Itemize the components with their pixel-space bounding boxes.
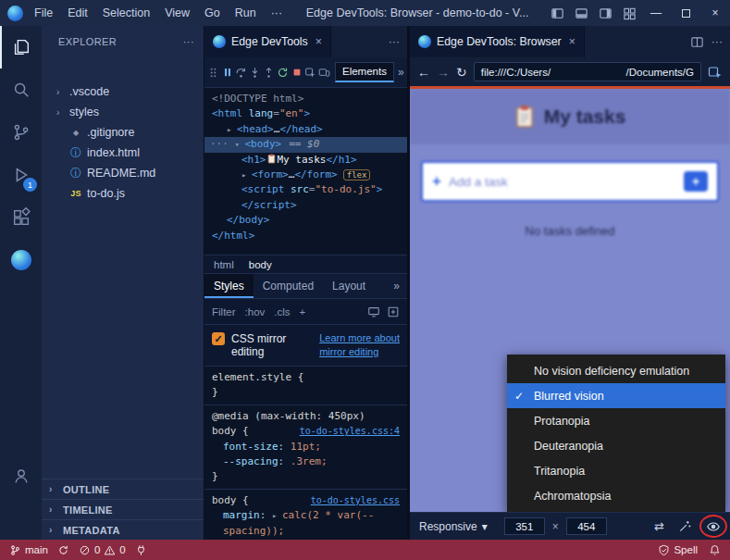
activity-explorer[interactable] bbox=[0, 26, 42, 68]
step-out-icon[interactable] bbox=[262, 63, 276, 81]
close-icon[interactable]: × bbox=[569, 35, 575, 48]
wand-icon[interactable] bbox=[678, 519, 692, 533]
flex-badge[interactable]: flex bbox=[343, 169, 371, 180]
inspect-element-icon[interactable] bbox=[303, 63, 317, 81]
activity-run-debug[interactable]: 1 bbox=[0, 154, 42, 196]
menubar-go[interactable]: Go bbox=[197, 0, 228, 26]
mirror-editing-link[interactable]: Learn more about mirror editing bbox=[319, 331, 400, 359]
breadcrumb-html[interactable]: html bbox=[214, 259, 234, 270]
menubar-run[interactable]: Run bbox=[228, 0, 264, 26]
device-emulation-icon[interactable] bbox=[317, 63, 331, 81]
viewport-width-input[interactable]: 351 bbox=[504, 517, 545, 535]
twisty-open-icon[interactable]: ▾ bbox=[235, 137, 245, 152]
section-timeline[interactable]: › TIMELINE bbox=[42, 499, 204, 519]
back-button[interactable]: ← bbox=[417, 65, 430, 80]
editor-more-icon[interactable]: ··· bbox=[711, 35, 723, 48]
toggle-sidebar-icon[interactable] bbox=[545, 0, 569, 26]
menu-item-blurred-vision[interactable]: ✓Blurred vision bbox=[507, 383, 725, 408]
stylesheet-link[interactable]: to-do-styles.css:4 bbox=[300, 424, 400, 439]
tree-item-todo-js[interactable]: . JS to-do.js bbox=[42, 183, 204, 204]
menubar-selection[interactable]: Selection bbox=[95, 0, 157, 26]
tree-item-styles[interactable]: › styles bbox=[42, 102, 204, 122]
twisty-closed-icon[interactable]: ▸ bbox=[241, 168, 252, 182]
section-outline[interactable]: › OUTLINE bbox=[42, 479, 204, 499]
stylesheet-link[interactable]: to-do-styles.css bbox=[311, 493, 400, 508]
viewport-height-input[interactable]: 454 bbox=[566, 517, 607, 535]
notifications-button[interactable] bbox=[709, 544, 721, 556]
menubar-file[interactable]: File bbox=[27, 0, 60, 26]
rotate-viewport-icon[interactable]: ⇄ bbox=[654, 519, 664, 533]
dom-doctype[interactable]: <!DOCTYPE html> bbox=[204, 92, 407, 106]
add-task-field[interactable]: + Add a task + bbox=[421, 161, 719, 202]
maximize-button[interactable] bbox=[671, 0, 700, 26]
dom-body-close[interactable]: </body> bbox=[204, 213, 407, 228]
dom-form[interactable]: ▸<form>…</form>flex bbox=[204, 168, 407, 182]
menu-item-none[interactable]: No vision deficiency emulation bbox=[507, 358, 725, 383]
activity-accounts[interactable] bbox=[0, 454, 42, 497]
sync-button[interactable] bbox=[57, 544, 69, 556]
css-mirror-checkbox[interactable]: ✓ bbox=[212, 332, 225, 345]
menubar-view[interactable]: View bbox=[157, 0, 197, 26]
media-query[interactable]: @media (max-width: 450px) bbox=[212, 410, 365, 422]
rule-selector[interactable]: body { bbox=[212, 425, 249, 437]
responsive-dropdown[interactable]: Responsive ▾ bbox=[419, 520, 488, 533]
activity-source-control[interactable] bbox=[0, 111, 42, 154]
twisty-closed-icon[interactable]: ▸ bbox=[227, 122, 237, 137]
tab-edge-devtools[interactable]: Edge DevTools × bbox=[204, 26, 331, 57]
vision-emulation-button[interactable] bbox=[706, 519, 721, 534]
css-value[interactable]: 11pt; bbox=[284, 441, 321, 453]
refresh-button[interactable]: ↻ bbox=[456, 65, 467, 80]
tab-elements[interactable]: Elements bbox=[335, 62, 394, 82]
menubar-edit[interactable]: Edit bbox=[60, 0, 95, 26]
toggle-panel-icon[interactable] bbox=[569, 0, 593, 26]
tab-computed[interactable]: Computed bbox=[254, 274, 323, 298]
dom-body-selected[interactable]: ··· ▾<body>== $0 bbox=[204, 137, 407, 152]
css-property[interactable]: font-size: bbox=[223, 441, 284, 453]
restart-icon[interactable] bbox=[276, 63, 290, 81]
branch-indicator[interactable]: main bbox=[9, 544, 48, 556]
dom-head[interactable]: ▸<head>…</head> bbox=[204, 122, 407, 137]
dom-html-close[interactable]: </html> bbox=[204, 229, 407, 243]
split-editor-icon[interactable] bbox=[690, 35, 704, 49]
css-property[interactable]: --spacing: bbox=[223, 455, 284, 467]
cls-toggle[interactable]: .cls bbox=[274, 306, 290, 317]
rule-selector[interactable]: body { bbox=[212, 494, 249, 506]
activity-edge-devtools[interactable] bbox=[0, 239, 42, 281]
dom-script-open[interactable]: <script src="to-do.js"> bbox=[204, 182, 407, 197]
customize-layout-icon[interactable] bbox=[617, 0, 641, 26]
tree-item-vscode[interactable]: › .vscode bbox=[42, 81, 204, 102]
hov-toggle[interactable]: :hov bbox=[245, 306, 266, 317]
problems-indicator[interactable]: 0 0 bbox=[79, 544, 126, 556]
monitor-icon[interactable] bbox=[367, 305, 380, 318]
node-more-icon[interactable]: ··· bbox=[210, 138, 229, 150]
step-over-icon[interactable] bbox=[234, 63, 248, 81]
panes-overflow-icon[interactable]: » bbox=[386, 274, 407, 298]
section-metadata[interactable]: › METADATA bbox=[42, 519, 204, 540]
drag-handle-icon[interactable] bbox=[206, 63, 220, 81]
twisty-closed-icon[interactable]: ▸ bbox=[272, 508, 282, 523]
filter-input[interactable]: Filter bbox=[212, 306, 236, 317]
dom-h1[interactable]: <h1>My tasks</h1> bbox=[204, 153, 407, 168]
menu-item-achromatopsia[interactable]: Achromatopsia bbox=[507, 483, 725, 508]
css-value[interactable]: calc(2 * var(-- bbox=[282, 509, 374, 521]
close-icon[interactable]: × bbox=[316, 35, 322, 48]
pause-icon[interactable] bbox=[220, 63, 234, 81]
menubar-overflow[interactable]: ··· bbox=[264, 0, 291, 26]
css-property[interactable]: margin: bbox=[223, 509, 266, 521]
spell-checker-status[interactable]: Spell bbox=[658, 544, 698, 556]
debug-session-indicator[interactable] bbox=[135, 544, 147, 556]
add-box-icon[interactable] bbox=[387, 305, 400, 318]
stop-icon[interactable] bbox=[290, 63, 303, 81]
pick-element-icon[interactable] bbox=[708, 65, 723, 80]
close-button[interactable]: × bbox=[700, 0, 730, 26]
breadcrumb-body[interactable]: body bbox=[249, 259, 272, 270]
editor-more-icon[interactable]: ··· bbox=[389, 35, 400, 48]
tabs-overflow-icon[interactable]: » bbox=[394, 66, 407, 79]
explorer-more-icon[interactable]: ··· bbox=[183, 36, 194, 47]
tree-item-gitignore[interactable]: . ◆ .gitignore bbox=[42, 122, 204, 143]
element-style-selector[interactable]: element.style { bbox=[212, 371, 303, 383]
activity-extensions[interactable] bbox=[0, 196, 42, 239]
menu-item-deuteranopia[interactable]: Deuteranopia bbox=[507, 433, 725, 458]
new-rule-icon[interactable]: + bbox=[300, 306, 306, 317]
tab-edge-devtools-browser[interactable]: Edge DevTools: Browser × bbox=[410, 26, 585, 57]
